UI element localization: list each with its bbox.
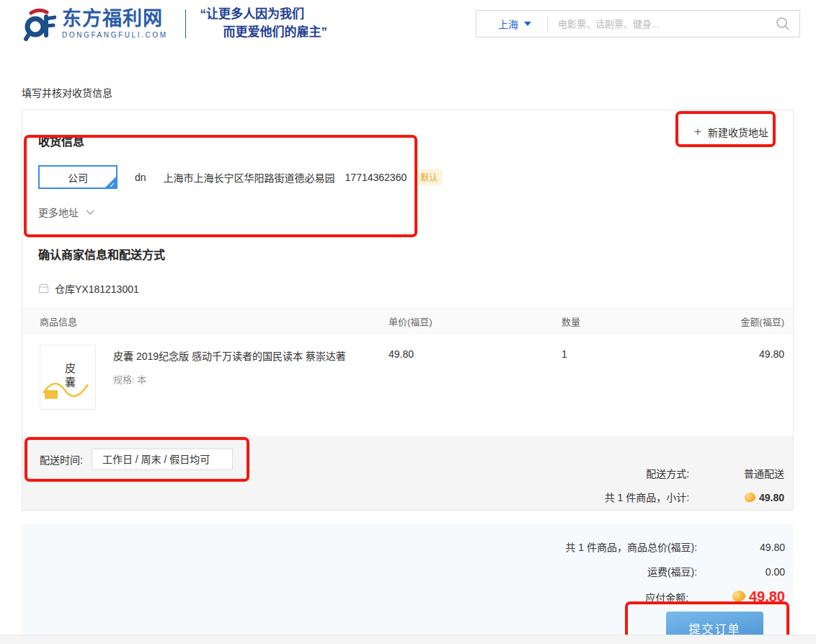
slogan-line2: 而更爱他们的雇主” [200, 24, 328, 42]
merchant-section-title: 确认商家信息和配送方式 [38, 245, 777, 263]
table-row: 皮囊 皮囊 2019纪念版 感动千万读者的国民读本 蔡崇达著 规格: 本 49.… [22, 335, 793, 417]
freight-label: 运费(福豆): [647, 566, 697, 578]
order-summary: 共 1 件商品，商品总价(福豆): 49.80 运费(福豆): 0.00 应付金… [22, 524, 794, 644]
product-thumbnail[interactable]: 皮囊 [40, 345, 96, 410]
freight-value: 0.00 [700, 566, 785, 578]
payable-row: 应付金额: 49.80 [22, 588, 785, 605]
total-value: 49.80 [700, 542, 785, 553]
brand-name-en: DONGFANGFULI.COM [62, 31, 168, 39]
shipping-section-title: 收货信息 [38, 132, 777, 149]
delivery-strip: 配送时间: 工作日 / 周末 / 假日均可 配送方式: 普通配送 共 1 件商品… [22, 436, 793, 510]
plus-icon: + [694, 125, 701, 139]
thumbnail-decoration [40, 374, 96, 403]
product-spec: 规格: 本 [113, 372, 346, 386]
new-address-label: 新建收货地址 [708, 125, 768, 139]
header-divider [185, 9, 186, 38]
city-selector[interactable]: 上海 [485, 17, 536, 31]
subtotal-label: 共 1 件商品，小计: [605, 492, 689, 503]
shipping-info-block: 收货信息 公司 ✓ dn 上海市上海长宁区华阳路街道德必易园 177143623… [22, 129, 793, 219]
freight-row: 运费(福豆): 0.00 [22, 564, 785, 578]
more-addresses-toggle[interactable]: 更多地址 [38, 205, 92, 219]
bean-icon [731, 589, 746, 603]
recipient-phone: 17714362360 [345, 172, 407, 183]
bean-icon [744, 491, 757, 503]
delivery-method-value: 普通配送 [692, 466, 784, 480]
caret-down-icon [524, 22, 531, 26]
address-row: 公司 ✓ dn 上海市上海长宁区华阳路街道德必易园 17714362360 默认 [38, 165, 777, 189]
product-table-header: 商品信息 单价(福豆) 数量 金额(福豆) [22, 307, 793, 335]
payable-value: 49.80 [749, 588, 785, 604]
col-header-qty: 数量 [562, 314, 727, 328]
delivery-method-label: 配送方式: [646, 468, 689, 480]
more-addresses-label: 更多地址 [38, 205, 79, 219]
delivery-time-group: 配送时间: 工作日 / 周末 / 假日均可 [40, 449, 233, 470]
product-unit-price: 49.80 [389, 345, 562, 360]
page-bottom-strip [0, 635, 816, 644]
search-icon[interactable] [775, 16, 791, 32]
search-bar: 上海 [476, 10, 800, 38]
delivery-time-select[interactable]: 工作日 / 周末 / 假日均可 [92, 449, 233, 470]
city-label: 上海 [498, 17, 518, 31]
total-row: 共 1 件商品，商品总价(福豆): 49.80 [22, 539, 785, 554]
address-tag-label: 公司 [68, 170, 88, 185]
search-divider [547, 16, 548, 32]
spec-value: 本 [137, 374, 146, 385]
delivery-time-label: 配送时间: [40, 452, 83, 467]
subtotal-row: 共 1 件商品，小计: 49.80 [605, 490, 784, 504]
default-badge: 默认 [415, 169, 443, 185]
page-title: 填写并核对收货信息 [22, 85, 816, 100]
address-tag-company[interactable]: 公司 ✓ [38, 165, 117, 189]
payable-label: 应付金额: [645, 592, 688, 604]
slogan-line1: “让更多人因为我们 [200, 6, 328, 24]
spec-label: 规格: [113, 374, 135, 385]
brand-slogan: “让更多人因为我们 而更爱他们的雇主” [200, 6, 328, 41]
order-card: 收货信息 公司 ✓ dn 上海市上海长宁区华阳路街道德必易园 177143623… [22, 110, 794, 511]
recipient-name: dn [135, 172, 146, 183]
delivery-method-row: 配送方式: 普通配送 [605, 466, 784, 480]
chevron-down-icon [86, 206, 94, 214]
new-address-button[interactable]: + 新建收货地址 [694, 125, 768, 139]
new-address-area: + 新建收货地址 [694, 125, 768, 139]
total-label: 共 1 件商品，商品总价(福豆): [565, 542, 697, 553]
logo-qf-icon [22, 6, 56, 41]
warehouse-label: 仓库YX181213001 [55, 281, 139, 296]
col-header-amount: 金额(福豆) [727, 314, 793, 328]
warehouse-row: 仓库YX181213001 [38, 281, 777, 296]
storefront-icon [38, 283, 49, 294]
search-input[interactable] [558, 19, 775, 30]
subtotal-value: 49.80 [759, 492, 784, 503]
check-icon: ✓ [110, 181, 115, 189]
recipient-address: 上海市上海长宁区华阳路街道德必易园 [164, 170, 335, 185]
product-qty: 1 [562, 345, 727, 360]
brand-name-cn: 东方福利网 [62, 9, 168, 29]
site-logo[interactable]: 东方福利网 DONGFANGFULI.COM [22, 6, 168, 41]
col-header-unit-price: 单价(福豆) [389, 314, 562, 328]
product-amount: 49.80 [727, 345, 793, 360]
col-header-product: 商品信息 [22, 314, 389, 328]
product-title[interactable]: 皮囊 2019纪念版 感动千万读者的国民读本 蔡崇达著 [113, 348, 346, 363]
site-header: 东方福利网 DONGFANGFULI.COM “让更多人因为我们 而更爱他们的雇… [0, 0, 816, 48]
